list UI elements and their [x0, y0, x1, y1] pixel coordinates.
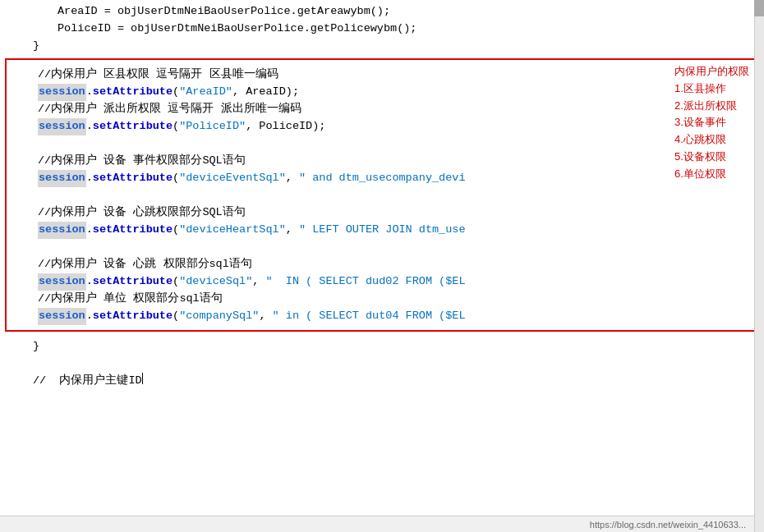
scrollbar-thumb[interactable]	[754, 0, 764, 16]
highlight-box: 内保用户的权限 1.区县操作 2.派出所权限 3.设备事件 4.心跳权限 5.设…	[5, 58, 759, 332]
string-arg1: "deviceSql"	[179, 273, 252, 291]
code-line: session . setAttribute ( "deviceSql" , "…	[13, 273, 751, 291]
code-text: AreaID = objUserDtmNeiBaoUserPolice.getA…	[58, 3, 390, 21]
code-text: .	[86, 170, 93, 187]
code-text: .	[86, 222, 93, 239]
blank-line	[13, 239, 751, 256]
code-text: (	[173, 222, 179, 239]
code-line: session . setAttribute ( "deviceHeartSql…	[13, 222, 751, 239]
blank-line	[8, 355, 764, 373]
blank-line	[13, 135, 751, 153]
status-bar: https://blog.csdn.net/weixin_4410633...	[0, 516, 754, 532]
code-text: }	[33, 38, 39, 55]
string-arg1: "deviceHeartSql"	[179, 222, 286, 239]
keyword-session: session	[38, 118, 86, 135]
string-arg1: "AreaID"	[179, 84, 232, 101]
comment-text: // 内保用户主键ID	[33, 373, 142, 390]
string-arg1: "companySql"	[179, 308, 259, 325]
code-editor: AreaID = objUserDtmNeiBaoUserPolice.getA…	[0, 0, 764, 532]
method-name: setAttribute	[93, 222, 173, 239]
annotation-item: 2.派出所权限	[674, 98, 749, 115]
code-line: //内保用户 设备 心跳权限部分SQL语句	[13, 204, 751, 222]
code-line: PoliceID = objUserDtmNeiBaoUserPolice.ge…	[8, 21, 764, 38]
code-line: session . setAttribute ( "PoliceID" , Po…	[13, 118, 751, 135]
comment-text: //内保用户 单位 权限部分sql语句	[13, 291, 223, 308]
code-text: .	[86, 84, 93, 101]
comment-text: //内保用户 派出所权限 逗号隔开 派出所唯一编码	[13, 101, 301, 118]
string-arg2: " in ( SELECT dut04 FROM ($EL	[273, 308, 466, 325]
code-text: .	[86, 308, 93, 325]
code-line: //内保用户 单位 权限部分sql语句	[13, 291, 751, 308]
method-name: setAttribute	[93, 273, 173, 291]
code-line: session . setAttribute ( "AreaID" , Area…	[13, 84, 751, 101]
method-name: setAttribute	[93, 118, 173, 135]
string-arg2: " LEFT OUTER JOIN dtm_use	[299, 222, 466, 239]
annotation-item: 4.心跳权限	[674, 131, 749, 149]
annotation-panel: 内保用户的权限 1.区县操作 2.派出所权限 3.设备事件 4.心跳权限 5.设…	[674, 63, 749, 183]
method-name: setAttribute	[93, 308, 173, 325]
code-line: // 内保用户主键ID	[8, 373, 764, 390]
method-name: setAttribute	[93, 84, 173, 101]
code-line: //内保用户 设备 心跳 权限部分sql语句	[13, 256, 751, 273]
blank-line	[13, 187, 751, 204]
comment-text: //内保用户 设备 事件权限部分SQL语句	[13, 153, 246, 170]
code-text: ,	[259, 308, 272, 325]
code-line: //内保用户 派出所权限 逗号隔开 派出所唯一编码	[13, 101, 751, 118]
string-arg1: "PoliceID"	[179, 118, 246, 135]
code-text: .	[86, 118, 93, 135]
method-name: setAttribute	[93, 170, 173, 187]
code-text: , PoliceID);	[246, 118, 325, 135]
code-line: session . setAttribute ( "companySql" , …	[13, 308, 751, 325]
code-text: ,	[286, 170, 299, 187]
annotation-item: 3.设备事件	[674, 114, 749, 131]
code-text: (	[173, 273, 179, 291]
code-text: (	[173, 84, 179, 101]
annotation-title: 内保用户的权限	[674, 63, 749, 80]
string-arg2: " and dtm_usecompany_devi	[299, 170, 466, 187]
code-line: }	[8, 38, 764, 55]
annotation-item: 5.设备权限	[674, 149, 749, 166]
string-arg2: " IN ( SELECT dud02 FROM ($EL	[265, 273, 465, 291]
code-text: ,	[252, 273, 265, 291]
code-before-box: AreaID = objUserDtmNeiBaoUserPolice.getA…	[0, 0, 764, 55]
code-line: AreaID = objUserDtmNeiBaoUserPolice.getA…	[8, 3, 764, 21]
code-text: (	[173, 170, 179, 187]
comment-text: //内保用户 设备 心跳 权限部分sql语句	[13, 256, 252, 273]
keyword-session: session	[38, 222, 86, 239]
vertical-scrollbar[interactable]	[754, 0, 764, 532]
code-text: (	[173, 308, 179, 325]
code-text: .	[86, 273, 93, 291]
comment-text: //内保用户 区县权限 逗号隔开 区县唯一编码	[13, 66, 278, 84]
keyword-session: session	[38, 308, 86, 325]
code-line: //内保用户 设备 事件权限部分SQL语句	[13, 153, 751, 170]
code-line: session . setAttribute ( "deviceEventSql…	[13, 170, 751, 187]
box-code: //内保用户 区县权限 逗号隔开 区县唯一编码 session . setAtt…	[13, 65, 751, 325]
code-after-box: } // 内保用户主键ID	[0, 335, 764, 390]
keyword-session: session	[38, 170, 86, 187]
annotation-item: 1.区县操作	[674, 80, 749, 98]
code-line: //内保用户 区县权限 逗号隔开 区县唯一编码	[13, 66, 751, 84]
code-text: }	[33, 338, 39, 355]
keyword-session: session	[38, 273, 86, 291]
annotation-item: 6.单位权限	[674, 166, 749, 183]
comment-text: //内保用户 设备 心跳权限部分SQL语句	[13, 204, 246, 222]
code-text: PoliceID = objUserDtmNeiBaoUserPolice.ge…	[58, 21, 417, 38]
url-text: https://blog.csdn.net/weixin_4410633...	[590, 520, 746, 530]
text-cursor	[142, 373, 143, 384]
code-line: }	[8, 338, 764, 355]
string-arg1: "deviceEventSql"	[179, 170, 286, 187]
code-text: ,	[286, 222, 299, 239]
annotation-list: 1.区县操作 2.派出所权限 3.设备事件 4.心跳权限 5.设备权限 6.单位…	[674, 80, 749, 183]
keyword-session: session	[38, 84, 86, 101]
code-text: (	[173, 118, 179, 135]
code-text: , AreaID);	[232, 84, 299, 101]
